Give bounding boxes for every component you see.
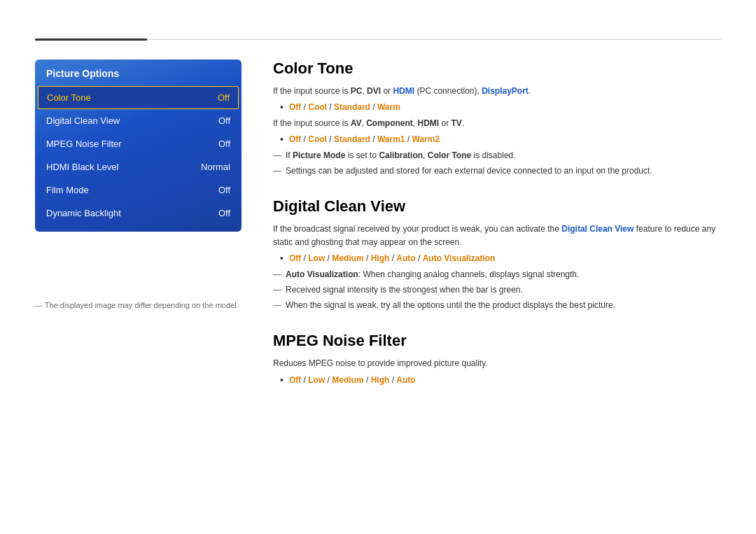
color-tone-note-text-2: Settings can be adjusted and stored for … xyxy=(286,164,652,178)
sidebar-value-hdmi-black-level: Normal xyxy=(201,162,230,172)
note-dash-3: ― xyxy=(273,268,281,281)
note-dash-2: ― xyxy=(273,164,281,178)
bullet-dot-2: • xyxy=(280,133,284,147)
color-tone-note-text-1: If Picture Mode is set to Calibration, C… xyxy=(286,149,516,162)
sidebar-note: ― The displayed image may differ dependi… xyxy=(35,301,239,309)
digital-clean-view-bullet-1: • Off / Low / Medium / High / Auto / Aut… xyxy=(280,252,721,266)
color-tone-options-2: Off / Cool / Standard / Warm1 / Warm2 xyxy=(289,133,440,146)
digital-clean-view-note-2: ― Received signal intensity is the stron… xyxy=(273,283,721,297)
color-tone-note-2: ― Settings can be adjusted and stored fo… xyxy=(273,164,721,178)
sidebar-value-dynamic-backlight: Off xyxy=(218,208,230,218)
sidebar-label-color-tone: Color Tone xyxy=(47,92,91,103)
digital-clean-view-note-text-2: Received signal intensity is the stronge… xyxy=(286,283,523,297)
sidebar-label-dynamic-backlight: Dynamic Backlight xyxy=(46,208,121,218)
note-dash-1: ― xyxy=(273,149,281,162)
sidebar-value-digital-clean-view: Off xyxy=(218,115,230,126)
main-content: Color Tone If the input source is PC, DV… xyxy=(273,59,721,499)
digital-clean-view-note-text-3: When the signal is weak, try all the opt… xyxy=(286,299,615,312)
note-dash-4: ― xyxy=(273,283,281,297)
section-mpeg-noise-filter: MPEG Noise Filter Reduces MPEG noise to … xyxy=(273,332,721,387)
sidebar-item-dynamic-backlight[interactable]: Dynamic Backlight Off xyxy=(35,202,241,225)
digital-clean-view-note-3: ― When the signal is weak, try all the o… xyxy=(273,299,721,312)
color-tone-para-2: If the input source is AV, Component, HD… xyxy=(273,117,721,130)
sidebar-label-film-mode: Film Mode xyxy=(46,185,89,195)
progress-empty xyxy=(147,39,721,40)
top-progress-bar xyxy=(35,38,721,41)
bullet-dot-4: • xyxy=(280,374,284,388)
digital-clean-view-para-1: If the broadcast signal received by your… xyxy=(273,223,721,249)
sidebar-value-mpeg-noise-filter: Off xyxy=(218,139,230,149)
sidebar-title: Picture Options xyxy=(35,59,241,86)
sidebar-value-color-tone: Off xyxy=(218,92,230,103)
color-tone-bullet-2: • Off / Cool / Standard / Warm1 / Warm2 xyxy=(280,133,721,147)
color-tone-para-1: If the input source is PC, DVI or HDMI (… xyxy=(273,85,721,98)
section-body-color-tone: If the input source is PC, DVI or HDMI (… xyxy=(273,85,721,178)
section-title-digital-clean-view: Digital Clean View xyxy=(273,197,721,216)
sidebar-item-digital-clean-view[interactable]: Digital Clean View Off xyxy=(35,109,241,132)
section-color-tone: Color Tone If the input source is PC, DV… xyxy=(273,59,721,178)
note-dash-5: ― xyxy=(273,299,281,312)
bullet-dot-3: • xyxy=(280,252,284,266)
digital-clean-view-note-text-1: Auto Visualization: When changing analog… xyxy=(286,268,579,281)
sidebar-label-digital-clean-view: Digital Clean View xyxy=(46,115,120,126)
color-tone-note-1: ― If Picture Mode is set to Calibration,… xyxy=(273,149,721,162)
section-title-mpeg-noise-filter: MPEG Noise Filter xyxy=(273,332,721,350)
section-body-mpeg-noise-filter: Reduces MPEG noise to provide improved p… xyxy=(273,357,721,387)
section-body-digital-clean-view: If the broadcast signal received by your… xyxy=(273,223,721,313)
mpeg-noise-filter-options: Off / Low / Medium / High / Auto xyxy=(289,374,416,387)
sidebar-item-hdmi-black-level[interactable]: HDMI Black Level Normal xyxy=(35,155,241,178)
mpeg-noise-filter-para-1: Reduces MPEG noise to provide improved p… xyxy=(273,357,721,370)
sidebar-panel: Picture Options Color Tone Off Digital C… xyxy=(35,59,241,232)
sidebar-label-hdmi-black-level: HDMI Black Level xyxy=(46,162,118,172)
section-title-color-tone: Color Tone xyxy=(273,59,721,78)
section-digital-clean-view: Digital Clean View If the broadcast sign… xyxy=(273,197,721,313)
sidebar-item-film-mode[interactable]: Film Mode Off xyxy=(35,178,241,202)
bullet-dot-1: • xyxy=(280,101,284,115)
mpeg-noise-filter-bullet-1: • Off / Low / Medium / High / Auto xyxy=(280,374,721,388)
digital-clean-view-note-1: ― Auto Visualization: When changing anal… xyxy=(273,268,721,281)
sidebar-item-mpeg-noise-filter[interactable]: MPEG Noise Filter Off xyxy=(35,132,241,155)
progress-filled xyxy=(35,38,147,41)
color-tone-options-1: Off / Cool / Standard / Warm xyxy=(289,101,400,114)
sidebar-label-mpeg-noise-filter: MPEG Noise Filter xyxy=(46,139,122,149)
sidebar-item-color-tone[interactable]: Color Tone Off xyxy=(38,86,239,109)
color-tone-bullet-1: • Off / Cool / Standard / Warm xyxy=(280,101,721,115)
sidebar-value-film-mode: Off xyxy=(218,185,230,195)
digital-clean-view-options: Off / Low / Medium / High / Auto / Auto … xyxy=(289,252,496,265)
